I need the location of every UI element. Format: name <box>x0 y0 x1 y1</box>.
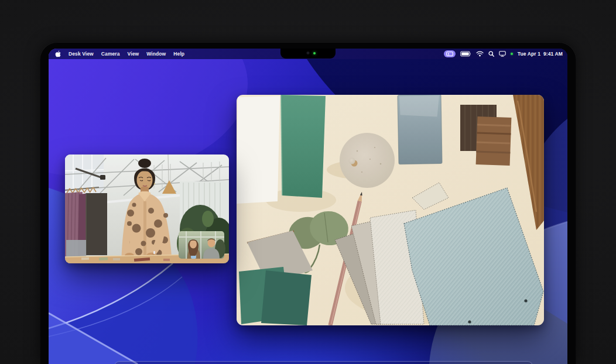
apple-logo-icon[interactable] <box>55 50 61 57</box>
camera-active-indicator <box>313 52 316 54</box>
presenter-overlay-pill-icon[interactable] <box>444 50 456 57</box>
participants-thumbnail[interactable] <box>179 231 225 259</box>
video-call-window[interactable] <box>65 154 229 263</box>
continuity-camera-display-icon[interactable] <box>499 51 506 57</box>
menu-bar-status: Tue Apr 1 9:41 AM <box>444 50 567 57</box>
menu-item-view[interactable]: View <box>128 51 139 57</box>
wifi-icon[interactable] <box>476 51 484 57</box>
menu-bar-clock[interactable]: Tue Apr 1 9:41 AM <box>518 51 563 57</box>
menu-item-window[interactable]: Window <box>146 51 166 57</box>
desk-view-window[interactable] <box>237 95 544 325</box>
desk-photo <box>237 95 544 325</box>
scene-background: Desk View Camera View Window Help <box>0 0 616 364</box>
macbook-bezel: Desk View Camera View Window Help <box>40 42 576 364</box>
menu-item-desk-view[interactable]: Desk View <box>69 51 94 57</box>
spotlight-search-icon[interactable] <box>488 51 494 57</box>
camera-active-dot <box>511 53 513 55</box>
camera-notch <box>280 49 336 59</box>
presenter-video <box>65 154 229 263</box>
menu-item-help[interactable]: Help <box>173 51 184 57</box>
menu-bar-left: Desk View Camera View Window Help <box>49 50 184 57</box>
background-window-edge[interactable] <box>114 361 533 364</box>
menu-item-camera[interactable]: Camera <box>101 51 120 57</box>
date-label: Tue Apr 1 <box>518 51 540 57</box>
battery-icon[interactable] <box>460 51 471 57</box>
time-label: 9:41 AM <box>543 51 563 57</box>
camera-lens <box>307 51 310 54</box>
macbook-display: Desk View Camera View Window Help <box>49 49 567 364</box>
